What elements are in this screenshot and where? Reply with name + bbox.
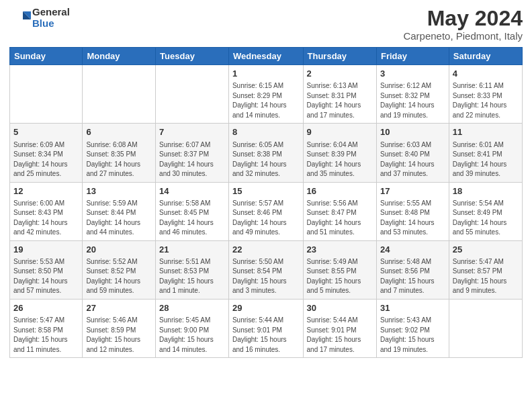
day-info: Sunrise: 5:45 AMSunset: 9:00 PMDaylight:… — [159, 316, 225, 355]
calendar-header-thursday: Thursday — [303, 48, 376, 65]
day-number: 6 — [86, 126, 152, 138]
calendar-table: SundayMondayTuesdayWednesdayThursdayFrid… — [9, 47, 523, 358]
day-info: Sunrise: 6:12 AMSunset: 8:32 PMDaylight:… — [380, 81, 445, 120]
title-block: May 2024 Carpeneto, Piedmont, Italy — [403, 7, 523, 42]
calendar-header-saturday: Saturday — [449, 48, 522, 65]
header: General Blue May 2024 Carpeneto, Piedmon… — [9, 7, 523, 42]
week-row-4: 19Sunrise: 5:53 AMSunset: 8:50 PMDayligh… — [10, 240, 523, 299]
day-cell-24: 24Sunrise: 5:48 AMSunset: 8:56 PMDayligh… — [376, 240, 449, 299]
day-number: 12 — [13, 185, 79, 197]
day-number: 17 — [380, 185, 445, 197]
day-info: Sunrise: 6:07 AMSunset: 8:37 PMDaylight:… — [159, 140, 225, 179]
day-cell-21: 21Sunrise: 5:51 AMSunset: 8:53 PMDayligh… — [156, 240, 229, 299]
day-number: 7 — [159, 126, 225, 138]
day-cell-11: 11Sunrise: 6:01 AMSunset: 8:41 PMDayligh… — [449, 124, 522, 182]
day-number: 15 — [232, 185, 300, 197]
day-number: 11 — [453, 126, 519, 138]
day-number: 10 — [380, 126, 445, 138]
day-cell-2: 2Sunrise: 6:13 AMSunset: 8:31 PMDaylight… — [303, 65, 376, 124]
day-number: 8 — [232, 126, 300, 138]
day-info: Sunrise: 5:44 AMSunset: 9:01 PMDaylight:… — [307, 316, 373, 355]
day-number: 5 — [13, 126, 79, 138]
page: General Blue May 2024 Carpeneto, Piedmon… — [0, 0, 532, 411]
day-cell-20: 20Sunrise: 5:52 AMSunset: 8:52 PMDayligh… — [83, 240, 156, 299]
day-number: 1 — [232, 68, 300, 80]
empty-cell — [449, 299, 522, 357]
day-info: Sunrise: 5:55 AMSunset: 8:48 PMDaylight:… — [380, 199, 445, 238]
week-row-3: 12Sunrise: 6:00 AMSunset: 8:43 PMDayligh… — [10, 182, 523, 240]
day-cell-8: 8Sunrise: 6:05 AMSunset: 8:38 PMDaylight… — [228, 124, 303, 182]
day-number: 26 — [13, 302, 79, 314]
day-number: 2 — [307, 68, 373, 80]
day-info: Sunrise: 5:53 AMSunset: 8:50 PMDaylight:… — [13, 257, 79, 296]
day-number: 18 — [453, 185, 519, 197]
day-cell-18: 18Sunrise: 5:54 AMSunset: 8:49 PMDayligh… — [449, 182, 522, 240]
day-info: Sunrise: 5:52 AMSunset: 8:52 PMDaylight:… — [86, 257, 152, 296]
day-info: Sunrise: 6:13 AMSunset: 8:31 PMDaylight:… — [307, 81, 373, 120]
empty-cell — [83, 65, 156, 124]
week-row-1: 1Sunrise: 6:15 AMSunset: 8:29 PMDaylight… — [10, 65, 523, 124]
logo: General Blue — [9, 7, 70, 29]
day-number: 4 — [453, 68, 519, 80]
day-cell-6: 6Sunrise: 6:08 AMSunset: 8:35 PMDaylight… — [83, 124, 156, 182]
day-cell-23: 23Sunrise: 5:49 AMSunset: 8:55 PMDayligh… — [303, 240, 376, 299]
day-cell-27: 27Sunrise: 5:46 AMSunset: 8:59 PMDayligh… — [83, 299, 156, 357]
day-number: 28 — [159, 302, 225, 314]
main-title: May 2024 — [403, 7, 523, 30]
day-info: Sunrise: 5:56 AMSunset: 8:47 PMDaylight:… — [307, 199, 373, 238]
day-info: Sunrise: 5:44 AMSunset: 9:01 PMDaylight:… — [232, 316, 300, 355]
day-info: Sunrise: 5:51 AMSunset: 8:53 PMDaylight:… — [159, 257, 225, 296]
day-number: 29 — [232, 302, 300, 314]
empty-cell — [10, 65, 83, 124]
day-cell-3: 3Sunrise: 6:12 AMSunset: 8:32 PMDaylight… — [376, 65, 449, 124]
day-info: Sunrise: 5:57 AMSunset: 8:46 PMDaylight:… — [232, 199, 300, 238]
empty-cell — [156, 65, 229, 124]
day-cell-16: 16Sunrise: 5:56 AMSunset: 8:47 PMDayligh… — [303, 182, 376, 240]
day-number: 3 — [380, 68, 445, 80]
day-number: 27 — [86, 302, 152, 314]
calendar-header-sunday: Sunday — [10, 48, 83, 65]
day-info: Sunrise: 5:58 AMSunset: 8:45 PMDaylight:… — [159, 199, 225, 238]
week-row-5: 26Sunrise: 5:47 AMSunset: 8:58 PMDayligh… — [10, 299, 523, 357]
logo-general: General — [32, 7, 70, 18]
day-info: Sunrise: 6:04 AMSunset: 8:39 PMDaylight:… — [307, 140, 373, 179]
day-cell-31: 31Sunrise: 5:43 AMSunset: 9:02 PMDayligh… — [376, 299, 449, 357]
week-row-2: 5Sunrise: 6:09 AMSunset: 8:34 PMDaylight… — [10, 124, 523, 182]
day-info: Sunrise: 5:47 AMSunset: 8:58 PMDaylight:… — [13, 316, 79, 355]
day-cell-26: 26Sunrise: 5:47 AMSunset: 8:58 PMDayligh… — [10, 299, 83, 357]
day-info: Sunrise: 6:05 AMSunset: 8:38 PMDaylight:… — [232, 140, 300, 179]
day-cell-25: 25Sunrise: 5:47 AMSunset: 8:57 PMDayligh… — [449, 240, 522, 299]
day-cell-12: 12Sunrise: 6:00 AMSunset: 8:43 PMDayligh… — [10, 182, 83, 240]
day-number: 13 — [86, 185, 152, 197]
day-number: 22 — [232, 244, 300, 256]
day-info: Sunrise: 5:49 AMSunset: 8:55 PMDaylight:… — [307, 257, 373, 296]
day-cell-29: 29Sunrise: 5:44 AMSunset: 9:01 PMDayligh… — [228, 299, 303, 357]
calendar-header-row: SundayMondayTuesdayWednesdayThursdayFrid… — [10, 48, 523, 65]
day-cell-5: 5Sunrise: 6:09 AMSunset: 8:34 PMDaylight… — [10, 124, 83, 182]
day-number: 16 — [307, 185, 373, 197]
day-cell-28: 28Sunrise: 5:45 AMSunset: 9:00 PMDayligh… — [156, 299, 229, 357]
calendar-header-wednesday: Wednesday — [228, 48, 303, 65]
day-number: 9 — [307, 126, 373, 138]
day-cell-15: 15Sunrise: 5:57 AMSunset: 8:46 PMDayligh… — [228, 182, 303, 240]
day-info: Sunrise: 5:50 AMSunset: 8:54 PMDaylight:… — [232, 257, 300, 296]
day-number: 30 — [307, 302, 373, 314]
day-info: Sunrise: 5:59 AMSunset: 8:44 PMDaylight:… — [86, 199, 152, 238]
day-info: Sunrise: 6:11 AMSunset: 8:33 PMDaylight:… — [453, 81, 519, 120]
day-cell-9: 9Sunrise: 6:04 AMSunset: 8:39 PMDaylight… — [303, 124, 376, 182]
day-number: 19 — [13, 244, 79, 256]
calendar-header-friday: Friday — [376, 48, 449, 65]
day-info: Sunrise: 5:47 AMSunset: 8:57 PMDaylight:… — [453, 257, 519, 296]
day-number: 21 — [159, 244, 225, 256]
day-number: 25 — [453, 244, 519, 256]
day-cell-4: 4Sunrise: 6:11 AMSunset: 8:33 PMDaylight… — [449, 65, 522, 124]
calendar-header-tuesday: Tuesday — [156, 48, 229, 65]
day-cell-17: 17Sunrise: 5:55 AMSunset: 8:48 PMDayligh… — [376, 182, 449, 240]
day-cell-14: 14Sunrise: 5:58 AMSunset: 8:45 PMDayligh… — [156, 182, 229, 240]
day-cell-7: 7Sunrise: 6:07 AMSunset: 8:37 PMDaylight… — [156, 124, 229, 182]
day-cell-1: 1Sunrise: 6:15 AMSunset: 8:29 PMDaylight… — [228, 65, 303, 124]
day-number: 31 — [380, 302, 445, 314]
day-number: 24 — [380, 244, 445, 256]
day-info: Sunrise: 6:03 AMSunset: 8:40 PMDaylight:… — [380, 140, 445, 179]
day-cell-22: 22Sunrise: 5:50 AMSunset: 8:54 PMDayligh… — [228, 240, 303, 299]
